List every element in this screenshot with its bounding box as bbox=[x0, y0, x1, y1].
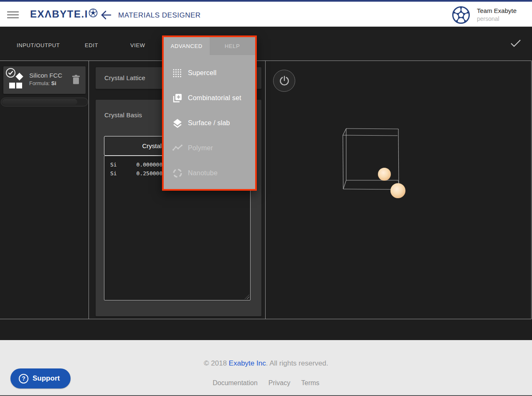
menu-item-nanotube[interactable]: Nanotube bbox=[164, 161, 255, 186]
accept-check-icon[interactable] bbox=[510, 39, 521, 49]
footer-links: Documentation Privacy Terms bbox=[0, 379, 532, 387]
material-type-icon bbox=[9, 73, 24, 89]
link-documentation[interactable]: Documentation bbox=[213, 379, 258, 387]
menu-item-polymer[interactable]: Polymer bbox=[164, 136, 255, 161]
menu-edit[interactable]: EDIT bbox=[85, 42, 98, 48]
team-avatar[interactable] bbox=[451, 5, 471, 25]
logo-text: EXΛBYTE.I bbox=[30, 8, 88, 20]
user-info[interactable]: Team Exabyte personal bbox=[477, 7, 517, 22]
crystal-lattice-title: Crystal Lattice bbox=[104, 74, 145, 81]
soccer-ball-icon bbox=[88, 8, 98, 20]
menu-advanced[interactable]: ADVANCED bbox=[164, 37, 210, 55]
material-name: Silicon FCC bbox=[29, 72, 62, 79]
menu-item-label: Combinatorial set bbox=[188, 94, 241, 102]
user-plan: personal bbox=[477, 15, 517, 22]
link-terms[interactable]: Terms bbox=[301, 379, 319, 387]
material-formula: Formula: Si bbox=[29, 81, 56, 86]
page-title: MATERIALS DESIGNER bbox=[118, 11, 201, 20]
link-privacy[interactable]: Privacy bbox=[269, 379, 290, 387]
support-button[interactable]: ? Support bbox=[10, 368, 71, 388]
copyright-suffix: . All rights reserved. bbox=[266, 359, 328, 367]
designer-menubar: INPUT/OUTPUT EDIT VIEW bbox=[0, 27, 532, 61]
copyright-line: © 2018 Exabyte Inc. All rights reserved. bbox=[0, 359, 532, 368]
menu-item-label: Supercell bbox=[188, 69, 217, 77]
dropdown-tab-row: ADVANCED HELP bbox=[164, 37, 255, 55]
app-header: EXΛBYTE.I MATERIALS D bbox=[0, 2, 532, 27]
textarea-resize-handle[interactable] bbox=[245, 295, 249, 299]
menu-help[interactable]: HELP bbox=[210, 37, 256, 55]
sidebar-scrollbar-thumb[interactable] bbox=[2, 99, 77, 105]
copyright-prefix: © 2018 bbox=[204, 359, 229, 367]
company-link[interactable]: Exabyte Inc bbox=[229, 359, 266, 367]
layers-icon bbox=[172, 118, 183, 129]
user-name: Team Exabyte bbox=[477, 7, 517, 14]
silicon-atom[interactable] bbox=[390, 183, 405, 198]
advanced-menu-items: Supercell Combinatorial set bbox=[164, 55, 255, 186]
silicon-atom[interactable] bbox=[378, 168, 391, 181]
menu-view[interactable]: VIEW bbox=[130, 42, 145, 48]
structure-viewer-panel bbox=[266, 61, 532, 319]
hamburger-menu-icon[interactable] bbox=[7, 11, 19, 18]
selected-check-icon bbox=[6, 68, 15, 78]
materials-sidebar: Silicon FCC Formula: Si bbox=[0, 61, 89, 319]
main-work-area: Silicon FCC Formula: Si Crystal Lattice … bbox=[0, 61, 532, 319]
menu-input-output[interactable]: INPUT/OUTPUT bbox=[17, 42, 60, 48]
menu-item-label: Nanotube bbox=[188, 169, 218, 177]
materials-designer-page: EXΛBYTE.I MATERIALS D bbox=[0, 0, 532, 396]
advanced-dropdown-menu: ADVANCED HELP Supercell bbox=[162, 35, 257, 191]
supercell-grid-icon bbox=[172, 68, 183, 78]
crystal-basis-title: Crystal Basis bbox=[104, 111, 142, 119]
library-add-icon bbox=[172, 93, 183, 103]
viewer-power-button[interactable] bbox=[273, 70, 295, 92]
exabyte-logo[interactable]: EXΛBYTE.I bbox=[30, 8, 98, 20]
back-arrow-icon[interactable] bbox=[100, 10, 112, 20]
sidebar-scrollbar[interactable] bbox=[1, 98, 88, 106]
menu-item-supercell[interactable]: Supercell bbox=[164, 61, 255, 86]
material-list-item[interactable]: Silicon FCC Formula: Si bbox=[3, 66, 86, 94]
question-circle-icon: ? bbox=[19, 374, 28, 383]
polymer-chain-icon bbox=[172, 143, 183, 154]
page-footer: © 2018 Exabyte Inc. All rights reserved.… bbox=[0, 340, 532, 396]
menu-item-combinatorial-set[interactable]: Combinatorial set bbox=[164, 86, 255, 111]
support-button-label: Support bbox=[33, 374, 60, 383]
menu-item-label: Surface / slab bbox=[188, 119, 230, 127]
nanotube-circle-icon bbox=[172, 168, 183, 179]
menu-item-surface-slab[interactable]: Surface / slab bbox=[164, 111, 255, 136]
menu-item-label: Polymer bbox=[188, 144, 213, 152]
unit-cell-wireframe[interactable] bbox=[341, 127, 401, 193]
delete-material-icon[interactable] bbox=[72, 75, 80, 85]
